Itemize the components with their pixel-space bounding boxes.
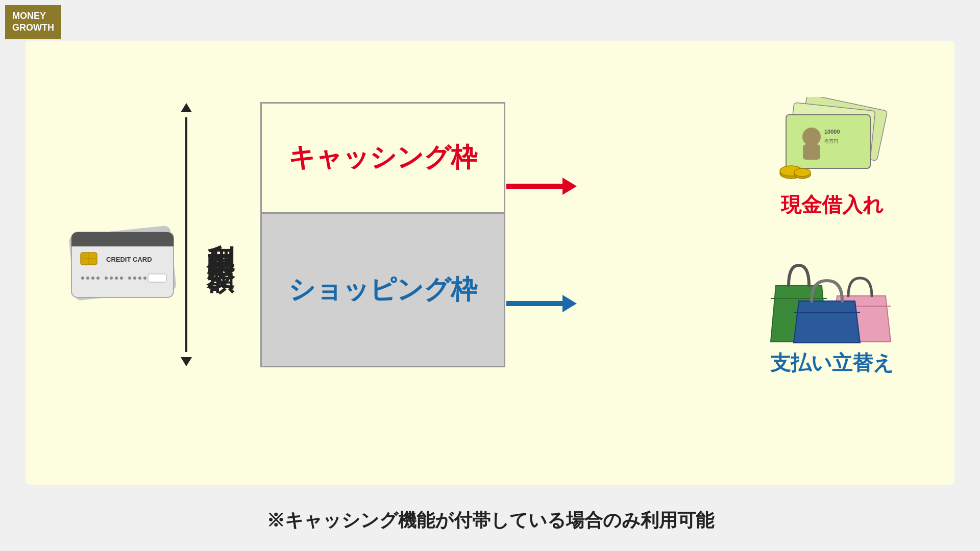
svg-point-32 <box>802 128 821 146</box>
svg-point-10 <box>91 277 94 280</box>
svg-point-17 <box>133 277 136 280</box>
svg-marker-22 <box>181 357 192 366</box>
footnote-text: ※キャッシング機能が付帯している場合のみ利用可能 <box>266 508 714 533</box>
svg-marker-26 <box>562 295 577 312</box>
svg-point-13 <box>110 277 113 280</box>
svg-point-15 <box>120 277 123 280</box>
main-content-area: CREDIT CARD <box>26 41 954 485</box>
credit-card-illustration: CREDIT CARD <box>66 221 184 305</box>
svg-point-16 <box>128 277 131 280</box>
footnote-area: ※キャッシング機能が付帯している場合のみ利用可能 <box>0 490 980 551</box>
svg-point-8 <box>81 277 84 280</box>
svg-point-39 <box>794 168 811 177</box>
shopping-result-section: 支払い立替え <box>740 255 924 377</box>
svg-rect-33 <box>803 144 820 160</box>
arrow-up-head-icon <box>179 102 194 117</box>
svg-marker-24 <box>562 178 577 195</box>
svg-point-12 <box>105 277 108 280</box>
svg-rect-20 <box>148 274 166 282</box>
arrow-down-head-icon <box>179 352 194 367</box>
limit-section: 利用限度額 <box>179 102 239 367</box>
svg-text:10000: 10000 <box>824 129 840 135</box>
shopping-arrow <box>506 291 578 318</box>
logo-line1: MONEY <box>12 11 46 21</box>
center-allocation-box: キャッシング枠 ショッピング枠 <box>260 102 505 367</box>
svg-rect-3 <box>71 240 174 246</box>
credit-card-svg: CREDIT CARD <box>66 221 184 303</box>
cash-result-label: 現金借入れ <box>781 191 884 219</box>
red-arrow-icon <box>506 173 578 199</box>
logo: MONEY GROWTH <box>5 5 61 39</box>
svg-point-11 <box>96 277 100 280</box>
svg-marker-21 <box>181 103 192 112</box>
shopping-label: ショッピング枠 <box>288 272 477 308</box>
svg-point-19 <box>143 277 146 280</box>
svg-point-9 <box>86 277 89 280</box>
shopping-result-label: 支払い立替え <box>770 349 894 377</box>
shopping-box: ショッピング枠 <box>262 214 504 366</box>
shopping-bags-illustration <box>755 255 909 347</box>
svg-text:壱万円: 壱万円 <box>824 139 838 144</box>
limit-label: 利用限度額 <box>202 222 239 247</box>
cashing-box: キャッシング枠 <box>262 104 504 214</box>
svg-point-14 <box>115 277 118 280</box>
cashing-arrow <box>506 173 578 201</box>
cash-result-section: 5000 5000 10000 壱万円 現金借入れ <box>750 97 914 219</box>
logo-line2: GROWTH <box>12 22 54 33</box>
svg-point-18 <box>138 277 141 280</box>
cash-illustration: 5000 5000 10000 壱万円 <box>761 97 903 189</box>
svg-text:CREDIT CARD: CREDIT CARD <box>106 256 152 263</box>
blue-arrow-icon <box>506 291 578 316</box>
cashing-label: キャッシング枠 <box>288 140 477 176</box>
